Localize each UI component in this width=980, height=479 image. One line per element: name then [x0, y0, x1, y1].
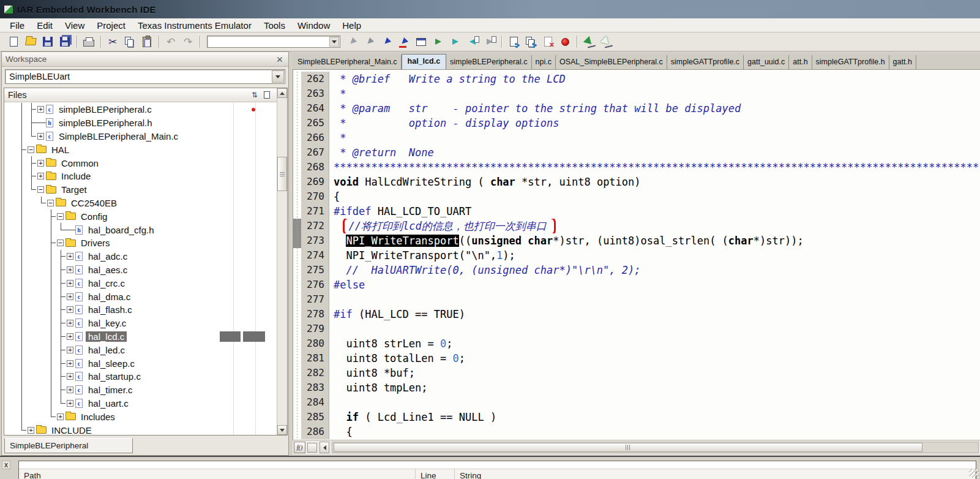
breakpoint-margin[interactable] [293, 410, 301, 424]
breakpoint-margin[interactable] [293, 175, 301, 189]
tree-item-common[interactable]: Common [4, 156, 277, 170]
code-line-286[interactable]: 286 { [293, 424, 980, 439]
print-icon[interactable] [81, 34, 97, 50]
breakpoint-margin[interactable] [293, 395, 301, 410]
tree-item-hal-dma-c[interactable]: hal_dma.c [4, 290, 277, 303]
breakpoint-margin[interactable] [293, 219, 301, 233]
tree-item-label[interactable]: hal_aes.c [86, 265, 130, 275]
breakpoint-margin[interactable] [293, 292, 301, 307]
expand-plus-icon[interactable] [67, 400, 73, 407]
expand-plus-icon[interactable] [37, 160, 44, 167]
project-config-dropdown[interactable]: SimpleBLEUart [5, 69, 285, 84]
code-line-263[interactable]: 263 * [293, 86, 980, 101]
collapse-minus-icon[interactable] [47, 200, 54, 206]
expand-plus-icon[interactable] [67, 306, 73, 313]
breakpoint-margin[interactable] [293, 336, 301, 351]
tree-item-drivers[interactable]: Drivers [4, 236, 277, 250]
code-text[interactable]: uint8 totalLen = 0; [329, 351, 980, 366]
tree-item-cc2540eb[interactable]: CC2540EB [4, 197, 277, 210]
breakpoint-margin[interactable] [293, 322, 301, 336]
code-text[interactable]: uint8 tmpLen; [329, 380, 980, 395]
code-line-279[interactable]: 279 [293, 322, 980, 336]
code-text[interactable]: * @brief Write a string to the LCD [329, 72, 980, 86]
tree-item-label[interactable]: hal_adc.c [86, 251, 130, 262]
workspace-tab-simplebleperipheral[interactable]: SimpleBLEPeripheral [4, 438, 133, 453]
resize-grip[interactable] [969, 469, 979, 478]
tree-item-hal-key-c[interactable]: hal_key.c [4, 317, 277, 330]
split-editor-button[interactable] [307, 443, 317, 453]
tree-item-hal-timer-c[interactable]: hal_timer.c [4, 383, 277, 397]
breakpoint-margin[interactable] [293, 277, 301, 292]
expand-plus-icon[interactable] [37, 133, 44, 140]
find-next-icon[interactable] [362, 34, 378, 50]
tree-item-hal-lcd-c[interactable]: hal_lcd.c [4, 330, 277, 344]
code-line-267[interactable]: 267 * @return None [293, 145, 980, 160]
debug-without-downloading-icon[interactable] [598, 34, 614, 50]
code-line-285[interactable]: 285 if ( Lcd_Line1 == NULL ) [293, 410, 980, 424]
tree-item-hal-led-c[interactable]: hal_led.c [4, 343, 277, 356]
expand-plus-icon[interactable] [67, 333, 73, 340]
expand-plus-icon[interactable] [67, 347, 73, 353]
breakpoint-margin[interactable] [293, 424, 301, 439]
browse-forward-icon[interactable] [447, 34, 463, 50]
tree-item-hal-aes-c[interactable]: hal_aes.c [4, 263, 277, 277]
breakpoint-margin[interactable] [293, 233, 301, 248]
tree-item-label[interactable]: Config [78, 211, 110, 222]
tree-item-label[interactable]: Include [59, 171, 93, 181]
stop-build-icon[interactable]: ✕ [540, 34, 556, 50]
code-line-270[interactable]: 270{ [293, 189, 980, 204]
tree-item-label[interactable]: Includes [78, 412, 118, 422]
navigate-back-icon[interactable] [482, 34, 498, 50]
tab-gatt-uuid-c[interactable]: gatt_uuid.c [744, 55, 789, 69]
tree-item-label[interactable]: HAL [49, 145, 72, 155]
code-line-272[interactable]: 272 //将打印到lcd的信息，也打印一次到串口 [293, 219, 980, 233]
open-file-icon[interactable] [23, 34, 39, 50]
make-icon[interactable] [523, 34, 539, 50]
tree-item-label[interactable]: simpleBLEPeripheral.h [56, 118, 155, 128]
tree-item-target[interactable]: Target [4, 183, 277, 197]
find-previous-icon[interactable] [345, 34, 361, 50]
menu-tools[interactable]: Tools [258, 20, 291, 31]
tree-item-label[interactable]: hal_sleep.c [86, 358, 137, 369]
code-text[interactable]: * [329, 130, 980, 145]
breakpoint-margin[interactable] [293, 351, 301, 366]
compile-icon[interactable] [506, 34, 522, 50]
breakpoint-margin[interactable] [293, 189, 301, 204]
tree-item-label[interactable]: INCLUDE [49, 425, 94, 435]
goto-icon[interactable] [413, 34, 429, 50]
code-line-262[interactable]: 262 * @brief Write a string to the LCD [293, 72, 980, 86]
menu-project[interactable]: Project [91, 20, 132, 31]
code-line-283[interactable]: 283 uint8 tmpLen; [293, 380, 980, 395]
tab-gatt-h[interactable]: gatt.h [889, 55, 916, 69]
collapse-minus-icon[interactable] [57, 240, 64, 246]
code-text[interactable]: uint8 *buf; [329, 366, 980, 380]
code-text[interactable]: * option - display options [329, 116, 980, 130]
menu-texas-instruments-emulator[interactable]: Texas Instruments Emulator [132, 20, 258, 31]
tree-item-label[interactable]: SimpleBLEPeripheral_Main.c [56, 131, 181, 141]
code-line-273[interactable]: 273 NPI_WriteTransport((unsigned char*)s… [293, 233, 980, 248]
code-text[interactable]: * [329, 86, 980, 101]
code-line-277[interactable]: 277 [293, 292, 980, 307]
tab-simplegattprofile-h[interactable]: simpleGATTprofile.h [812, 55, 889, 69]
code-text[interactable]: NPI_WriteTransport((unsigned char*)str, … [329, 233, 980, 248]
tree-item-label[interactable]: Target [59, 184, 89, 195]
copy-icon[interactable] [122, 34, 138, 50]
collapse-minus-icon[interactable] [37, 186, 44, 193]
code-line-280[interactable]: 280 uint8 strLen = 0; [293, 336, 980, 351]
toggle-breakpoint-icon[interactable] [557, 34, 573, 50]
save-all-icon[interactable] [57, 34, 73, 50]
redo-icon[interactable]: ↷ [180, 34, 196, 50]
workspace-close-button[interactable]: ✕ [275, 55, 285, 64]
tree-item-label[interactable]: hal_key.c [86, 318, 129, 328]
expand-plus-icon[interactable] [67, 253, 73, 260]
tree-item-config[interactable]: Config [4, 209, 277, 223]
files-sort-icon[interactable]: ⇅ [249, 89, 261, 100]
menu-window[interactable]: Window [291, 20, 336, 31]
tree-item-label[interactable]: hal_led.c [86, 345, 127, 355]
breakpoint-margin[interactable] [293, 307, 301, 322]
scroll-down-icon[interactable] [277, 425, 287, 435]
code-line-282[interactable]: 282 uint8 *buf; [293, 366, 980, 380]
tree-item-includes[interactable]: Includes [4, 410, 277, 423]
code-line-265[interactable]: 265 * option - display options [293, 116, 980, 130]
code-line-269[interactable]: 269void HalLcdWriteString ( char *str, u… [293, 175, 980, 189]
